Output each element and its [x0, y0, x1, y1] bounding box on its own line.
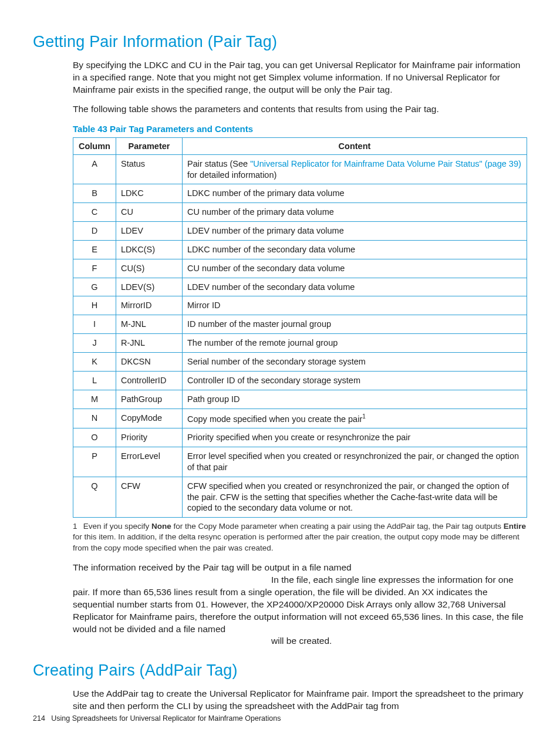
cell-parameter: LDEV	[116, 222, 183, 241]
table-row: ELDKC(S)LDKC number of the secondary dat…	[73, 240, 527, 259]
cell-column: G	[73, 278, 116, 296]
cell-parameter: ControllerID	[116, 371, 183, 390]
cell-content: Path group ID	[183, 390, 527, 409]
table-row: MPathGroupPath group ID	[73, 390, 527, 409]
cell-column: I	[73, 315, 116, 334]
cell-column: B	[73, 184, 116, 203]
footnote-text-post: for this item. In addition, if the delta…	[73, 532, 519, 552]
cell-column: M	[73, 390, 116, 409]
th-content: Content	[183, 137, 527, 154]
cell-content: LDKC number of the primary data volume	[183, 184, 527, 203]
table-row: NCopyModeCopy mode specified when you cr…	[73, 409, 527, 428]
cell-content: ID number of the master journal group	[183, 315, 527, 334]
page-footer: 214 Using Spreadsheets for Universal Rep…	[33, 714, 281, 723]
footnote-bold-entire: Entire	[504, 522, 526, 531]
section2-p1: Use the AddPair tag to create the Univer…	[73, 688, 527, 713]
cell-parameter: CU	[116, 203, 183, 222]
cell-column: D	[73, 222, 116, 241]
after-line3-text: will be created.	[271, 636, 332, 646]
cell-content: Controller ID of the secondary storage s…	[183, 371, 527, 390]
th-column: Column	[73, 137, 116, 154]
after-line2: In the file, each single line expresses …	[73, 574, 527, 636]
cell-parameter: MirrorID	[116, 296, 183, 315]
cell-parameter: ErrorLevel	[116, 447, 183, 477]
cell-parameter: DKCSN	[116, 352, 183, 371]
after-line1-text: The information received by the Pair tag…	[73, 562, 352, 572]
cell-content: LDKC number of the secondary data volume	[183, 240, 527, 259]
cell-parameter: PathGroup	[116, 390, 183, 409]
footnote-number: 1	[73, 521, 81, 532]
table-row: LControllerIDController ID of the second…	[73, 371, 527, 390]
table-row: JR-JNLThe number of the remote journal g…	[73, 334, 527, 353]
table-row: GLDEV(S)LDEV number of the secondary dat…	[73, 278, 527, 296]
footnote-ref: 1	[362, 413, 366, 420]
cell-content: LDEV number of the primary data volume	[183, 222, 527, 241]
cell-content: CU number of the primary data volume	[183, 203, 527, 222]
footnote-text-mid: for the Copy Mode parameter when creatin…	[171, 522, 504, 531]
cell-content: Serial number of the secondary storage s…	[183, 352, 527, 371]
cell-column: A	[73, 154, 116, 184]
section2-body: Use the AddPair tag to create the Univer…	[73, 688, 527, 713]
xref-link[interactable]: "Universal Replicator for Mainframe Data…	[250, 159, 521, 168]
after-line1: The information received by the Pair tag…	[73, 562, 527, 574]
cell-content: Copy mode specified when you create the …	[183, 409, 527, 428]
cell-parameter: LDEV(S)	[116, 278, 183, 296]
cell-content: CFW specified when you created or resync…	[183, 477, 527, 518]
table-43-caption: Table 43 Pair Tag Parameters and Content…	[73, 124, 527, 134]
table-row: HMirrorIDMirror ID	[73, 296, 527, 315]
cell-content: LDEV number of the secondary data volume	[183, 278, 527, 296]
table-row: DLDEVLDEV number of the primary data vol…	[73, 222, 527, 241]
cell-parameter: CFW	[116, 477, 183, 518]
footnote-text-pre: Even if you specify	[83, 522, 151, 531]
footer-chapter: Using Spreadsheets for Universal Replica…	[51, 714, 281, 723]
cell-column: P	[73, 447, 116, 477]
heading-getting-pair-info: Getting Pair Information (Pair Tag)	[33, 33, 527, 51]
cell-parameter: CU(S)	[116, 259, 183, 278]
cell-column: O	[73, 428, 116, 447]
cell-content: Error level specified when you created o…	[183, 447, 527, 477]
cell-column: L	[73, 371, 116, 390]
th-parameter: Parameter	[116, 137, 183, 154]
table-row: BLDKCLDKC number of the primary data vol…	[73, 184, 527, 203]
cell-column: K	[73, 352, 116, 371]
table-header-row: Column Parameter Content	[73, 137, 527, 154]
cell-content: Pair status (See "Universal Replicator f…	[183, 154, 527, 184]
cell-column: J	[73, 334, 116, 353]
cell-column: F	[73, 259, 116, 278]
footnote-1: 1 Even if you specify None for the Copy …	[73, 521, 527, 553]
page-number: 214	[33, 714, 45, 723]
cell-content: Mirror ID	[183, 296, 527, 315]
footnote-bold-none: None	[151, 522, 171, 531]
cell-column: C	[73, 203, 116, 222]
cell-parameter: CopyMode	[116, 409, 183, 428]
section1-p2: The following table shows the parameters…	[73, 103, 527, 116]
cell-column: E	[73, 240, 116, 259]
after-table-block: The information received by the Pair tag…	[73, 562, 527, 647]
after-line3: will be created.	[73, 635, 527, 647]
cell-content: The number of the remote journal group	[183, 334, 527, 353]
cell-content: CU number of the secondary data volume	[183, 259, 527, 278]
table-row: OPriorityPriority specified when you cre…	[73, 428, 527, 447]
table-row: FCU(S)CU number of the secondary data vo…	[73, 259, 527, 278]
cell-parameter: Status	[116, 154, 183, 184]
cell-parameter: LDKC	[116, 184, 183, 203]
cell-parameter: LDKC(S)	[116, 240, 183, 259]
cell-column: Q	[73, 477, 116, 518]
cell-parameter: Priority	[116, 428, 183, 447]
cell-content: Priority specified when you create or re…	[183, 428, 527, 447]
cell-parameter: M-JNL	[116, 315, 183, 334]
page: Getting Pair Information (Pair Tag) By s…	[0, 0, 560, 746]
section1-p1: By specifying the LDKC and CU in the Pai…	[73, 59, 527, 96]
after-line2-text: In the file, each single line expresses …	[73, 575, 524, 634]
table-row: PErrorLevelError level specified when yo…	[73, 447, 527, 477]
table-row: QCFWCFW specified when you created or re…	[73, 477, 527, 518]
table-row: CCUCU number of the primary data volume	[73, 203, 527, 222]
table-row: AStatusPair status (See "Universal Repli…	[73, 154, 527, 184]
heading-creating-pairs: Creating Pairs (AddPair Tag)	[33, 661, 527, 680]
table-row: IM-JNLID number of the master journal gr…	[73, 315, 527, 334]
cell-parameter: R-JNL	[116, 334, 183, 353]
table-row: KDKCSNSerial number of the secondary sto…	[73, 352, 527, 371]
cell-column: N	[73, 409, 116, 428]
cell-column: H	[73, 296, 116, 315]
section1-body: By specifying the LDKC and CU in the Pai…	[73, 59, 527, 518]
